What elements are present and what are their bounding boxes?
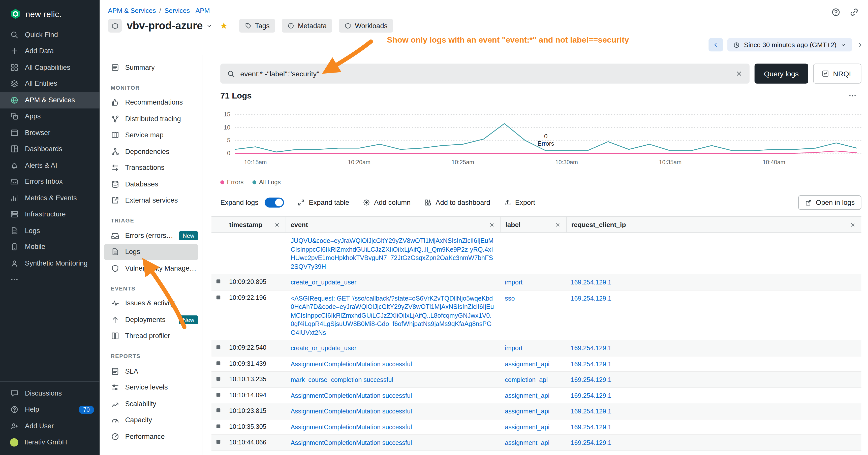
expand-logs-toggle[interactable] xyxy=(265,197,284,207)
workloads-button[interactable]: Workloads xyxy=(339,19,393,33)
label-link[interactable]: assignment_api xyxy=(505,360,550,367)
event-link[interactable]: AssignmentCompletionMutation successful xyxy=(290,408,412,415)
add-column-button[interactable]: Add column xyxy=(363,199,410,206)
sidebar-item-apm-services[interactable]: APM & Services xyxy=(0,92,99,108)
entity-nav-item-issues-activity[interactable]: Issues & activity xyxy=(99,295,203,312)
entity-nav-item-errors-errors-inb[interactable]: Errors (errors inb...New xyxy=(99,228,203,244)
time-forward-button[interactable] xyxy=(857,41,864,48)
sidebar-item-all-capabilities[interactable]: All Capabilities xyxy=(0,59,99,75)
legend-item-errors[interactable]: Errors xyxy=(220,178,244,185)
table-row[interactable]: 10:10:49.051mark_course_completion succe… xyxy=(212,451,862,455)
log-search-box[interactable] xyxy=(220,64,749,84)
event-link[interactable]: create_or_update_user xyxy=(290,279,356,286)
log-search-input[interactable] xyxy=(240,69,730,78)
time-range-picker[interactable]: Since 30 minutes ago (GMT+2) xyxy=(727,38,852,52)
row-expand-icon[interactable] xyxy=(217,409,220,412)
ip-link[interactable]: 169.254.129.1 xyxy=(571,440,612,446)
event-link[interactable]: JUQVU&code=eyJraWQiOiJjcGltY29yZV8wOTl1M… xyxy=(290,237,494,269)
label-link[interactable]: sso xyxy=(505,295,515,301)
sidebar-item-add-data[interactable]: Add Data xyxy=(0,43,99,59)
table-row[interactable]: 10:09:31.439AssignmentCompletionMutation… xyxy=(212,356,862,372)
label-link[interactable]: import xyxy=(505,345,523,351)
label-link[interactable]: import xyxy=(505,279,523,286)
help-circle-icon[interactable] xyxy=(831,7,841,18)
sidebar-item-synthetic-monitoring[interactable]: Synthetic Monitoring xyxy=(0,255,99,271)
table-row[interactable]: 10:10:44.066AssignmentCompletionMutation… xyxy=(212,435,862,451)
entity-nav-item-deployments[interactable]: DeploymentsNew xyxy=(99,312,203,328)
ip-link[interactable]: 169.254.129.1 xyxy=(571,345,612,351)
breadcrumb-apm-services[interactable]: APM & Services xyxy=(108,6,156,14)
sidebar-item-apps[interactable]: Apps xyxy=(0,108,99,125)
ip-link[interactable]: 169.254.129.1 xyxy=(571,377,612,383)
sidebar-item-add-user[interactable]: Add User xyxy=(0,418,99,434)
sidebar-item-mobile[interactable]: Mobile xyxy=(0,239,99,255)
nrql-button[interactable]: NRQL xyxy=(813,64,861,84)
time-back-button[interactable] xyxy=(709,38,723,52)
sidebar-item-dashboards[interactable]: Dashboards xyxy=(0,141,99,157)
sidebar-item-more[interactable] xyxy=(0,271,99,288)
entity-nav-item-capacity[interactable]: Capacity xyxy=(99,412,203,428)
entity-nav-item-sla[interactable]: SLA xyxy=(99,363,203,380)
sidebar-item-discussions[interactable]: Discussions xyxy=(0,385,99,401)
legend-item-all-logs[interactable]: All Logs xyxy=(252,178,280,185)
ip-link[interactable]: 169.254.129.1 xyxy=(571,295,612,301)
table-row[interactable]: 10:09:20.895create_or_update_userimport1… xyxy=(212,274,862,290)
add-to-dashboard-button[interactable]: Add to dashboard xyxy=(424,199,490,206)
label-link[interactable]: completion_api xyxy=(505,377,548,383)
column-header-event[interactable]: event xyxy=(285,217,500,232)
sidebar-item-infrastructure[interactable]: Infrastructure xyxy=(0,206,99,223)
sidebar-item-iterativ-gmbh[interactable]: Iterativ GmbH xyxy=(0,434,99,451)
ip-link[interactable]: 169.254.129.1 xyxy=(571,408,612,415)
event-link[interactable]: mark_course_completion successful xyxy=(290,377,393,383)
sidebar-item-all-entities[interactable]: All Entities xyxy=(0,75,99,92)
table-row[interactable]: 10:09:22.540create_or_update_userimport1… xyxy=(212,340,862,356)
entity-nav-item-service-map[interactable]: Service map xyxy=(99,127,203,143)
favorite-star-icon[interactable]: ★ xyxy=(220,22,228,30)
permalink-icon[interactable] xyxy=(849,7,859,18)
sidebar-item-logs[interactable]: Logs xyxy=(0,223,99,239)
open-in-logs-button[interactable]: Open in logs xyxy=(798,195,862,209)
remove-timestamp-column-icon[interactable] xyxy=(274,222,280,228)
row-expand-icon[interactable] xyxy=(217,346,220,349)
event-link[interactable]: <ASGIRequest: GET '/sso/callback/?state=… xyxy=(290,295,494,336)
entity-nav-item-recommendations[interactable]: Recommendations xyxy=(99,94,203,110)
row-expand-icon[interactable] xyxy=(217,424,220,428)
entity-nav-item-scalability[interactable]: Scalability xyxy=(99,395,203,412)
row-expand-icon[interactable] xyxy=(217,280,220,283)
ip-link[interactable]: 169.254.129.1 xyxy=(571,279,612,286)
query-logs-button[interactable]: Query logs xyxy=(754,64,808,84)
event-link[interactable]: create_or_update_user xyxy=(290,345,356,351)
label-link[interactable]: assignment_api xyxy=(505,408,550,415)
sidebar-item-metrics-events[interactable]: Metrics & Events xyxy=(0,190,99,206)
entity-nav-item-performance[interactable]: Performance xyxy=(99,428,203,445)
event-link[interactable]: AssignmentCompletionMutation successful xyxy=(290,440,412,446)
ip-link[interactable]: 169.254.129.1 xyxy=(571,360,612,367)
table-row[interactable]: 10:10:23.815AssignmentCompletionMutation… xyxy=(212,403,862,419)
metadata-button[interactable]: Metadata xyxy=(282,19,332,33)
entity-nav-item-external-services[interactable]: External services xyxy=(99,192,203,208)
row-expand-icon[interactable] xyxy=(217,377,220,381)
breadcrumb-services-apm[interactable]: Services - APM xyxy=(164,6,210,14)
tags-button[interactable]: Tags xyxy=(239,19,275,33)
column-header-request-client-ip[interactable]: request_client_ip xyxy=(566,217,862,232)
table-row[interactable]: JUQVU&code=eyJraWQiOiJjcGltY29yZV8wOTl1M… xyxy=(212,233,862,274)
entity-nav-item-logs[interactable]: Logs xyxy=(104,244,198,260)
more-options-icon[interactable] xyxy=(848,91,857,100)
sidebar-item-help[interactable]: Help70 xyxy=(0,401,99,418)
entity-nav-item-service-levels[interactable]: Service levels xyxy=(99,380,203,396)
table-row[interactable]: 10:10:14.094AssignmentCompletionMutation… xyxy=(212,388,862,403)
entity-nav-item-transactions[interactable]: Transactions xyxy=(99,160,203,176)
remove-event-column-icon[interactable] xyxy=(489,222,495,228)
column-header-label[interactable]: label xyxy=(500,217,566,232)
event-link[interactable]: AssignmentCompletionMutation successful xyxy=(290,423,412,430)
entity-nav-item-distributed-tracing[interactable]: Distributed tracing xyxy=(99,110,203,127)
clear-search-icon[interactable] xyxy=(735,70,743,77)
row-expand-icon[interactable] xyxy=(217,440,220,444)
event-link[interactable]: AssignmentCompletionMutation successful xyxy=(290,392,412,398)
export-button[interactable]: Export xyxy=(503,199,535,206)
sidebar-item-quick-find[interactable]: Quick Find xyxy=(0,27,99,43)
label-link[interactable]: assignment_api xyxy=(505,440,550,446)
sidebar-item-browser[interactable]: Browser xyxy=(0,125,99,141)
table-row[interactable]: 10:09:22.196<ASGIRequest: GET '/sso/call… xyxy=(212,290,862,340)
ip-link[interactable]: 169.254.129.1 xyxy=(571,392,612,398)
